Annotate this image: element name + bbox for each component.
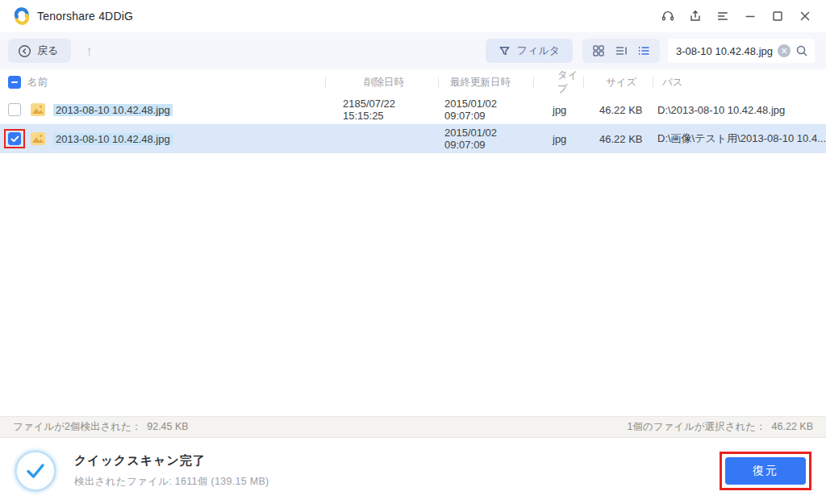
scan-complete-title: クイックスキャン完了 <box>74 453 269 469</box>
headset-icon <box>661 9 675 23</box>
file-size: 46.22 KB <box>583 104 653 116</box>
status-detected-summary: ファイルが2個検出された： 92.45 KB <box>13 420 189 434</box>
back-button[interactable]: 戻る <box>8 39 71 63</box>
row2-checkbox-checked[interactable] <box>8 132 21 145</box>
up-level-button[interactable]: ↑ <box>86 44 93 58</box>
filter-button-label: フィルタ <box>517 44 560 58</box>
annotation-red-box-checkbox <box>4 129 25 148</box>
view-mode-group <box>582 39 660 63</box>
maximize-button[interactable] <box>766 5 789 27</box>
search-input[interactable] <box>676 45 778 57</box>
footer-panel: クイックスキャン完了 検出されたファイル: 1611個 (139.15 MB) … <box>0 438 826 504</box>
file-modified-date: 2015/01/02 09:07:09 <box>438 98 533 122</box>
file-list: 名前 削除日時 最終更新日時 タイプ サイズ パス 2013-08-10 10.… <box>0 69 826 416</box>
back-circle-icon <box>18 44 31 58</box>
select-all-checkbox[interactable] <box>8 76 21 89</box>
header-deleted[interactable]: 削除日時 <box>325 76 438 90</box>
table-row-1[interactable]: 2013-08-10 10.42.48.jpg 2185/07/22 15:15… <box>0 95 826 124</box>
table-header-row: 名前 削除日時 最終更新日時 タイプ サイズ パス <box>0 69 826 95</box>
check-icon <box>10 135 19 143</box>
search-icon[interactable] <box>795 44 808 57</box>
header-size[interactable]: サイズ <box>583 76 653 90</box>
toolbar: 戻る ↑ フィルタ <box>0 32 826 69</box>
file-type: jpg <box>533 104 583 116</box>
scan-detected-files: 検出されたファイル: 1611個 (139.15 MB) <box>74 475 269 489</box>
app-logo-icon <box>13 7 31 25</box>
header-modified[interactable]: 最終更新日時 <box>438 76 533 90</box>
back-button-label: 戻る <box>37 44 58 58</box>
share-icon <box>688 9 703 23</box>
header-name[interactable]: 名前 <box>27 76 48 90</box>
maximize-icon <box>770 9 785 23</box>
grid-view-button[interactable] <box>587 40 610 62</box>
header-path[interactable]: パス <box>653 76 826 90</box>
titlebar: Tenorshare 4DDiG <box>0 0 826 32</box>
list-view-icon <box>615 44 628 57</box>
scan-complete-icon <box>15 450 56 492</box>
list-view-button[interactable] <box>610 40 632 62</box>
empty-file-area <box>0 153 826 416</box>
file-name: 2013-08-10 10.42.48.jpg <box>53 133 173 145</box>
search-box[interactable]: ✕ <box>668 39 815 63</box>
image-file-icon <box>31 103 45 116</box>
status-selected-summary: 1個のファイルが選択された： 46.22 KB <box>628 420 813 434</box>
app-title: Tenorshare 4DDiG <box>37 10 133 23</box>
file-deleted-date: 2185/07/22 15:15:25 <box>325 98 438 122</box>
grid-view-icon <box>592 44 605 57</box>
file-path: D:\2013-08-10 10.42.48.jpg <box>653 104 826 116</box>
annotation-red-box-restore: 復元 <box>720 452 811 490</box>
close-icon <box>798 9 812 23</box>
menu-button[interactable] <box>711 5 734 27</box>
file-modified-date: 2015/01/02 09:07:09 <box>438 127 533 151</box>
minimize-icon <box>743 9 757 23</box>
file-path: D:\画像\テスト用\2013-08-10 10.4... <box>653 131 826 146</box>
filter-button[interactable]: フィルタ <box>486 39 573 63</box>
close-button[interactable] <box>794 5 816 27</box>
file-name: 2013-08-10 10.42.48.jpg <box>53 104 173 116</box>
restore-button[interactable]: 復元 <box>725 457 806 485</box>
detail-view-button-active[interactable] <box>632 40 655 62</box>
detail-view-icon <box>637 44 650 57</box>
row1-checkbox[interactable] <box>8 103 21 116</box>
header-type[interactable]: タイプ <box>533 69 583 96</box>
share-button[interactable] <box>684 5 707 27</box>
search-clear-icon[interactable]: ✕ <box>778 44 791 57</box>
file-type: jpg <box>533 133 583 145</box>
minimize-button[interactable] <box>739 5 761 27</box>
support-headset-button[interactable] <box>657 5 679 27</box>
image-file-icon <box>31 132 45 145</box>
file-size: 46.22 KB <box>583 133 653 145</box>
menu-icon <box>715 9 730 23</box>
table-row-2-selected[interactable]: 2013-08-10 10.42.48.jpg 2015/01/02 09:07… <box>0 124 826 153</box>
filter-funnel-icon <box>499 45 511 57</box>
status-bar: ファイルが2個検出された： 92.45 KB 1個のファイルが選択された： 46… <box>0 416 826 438</box>
